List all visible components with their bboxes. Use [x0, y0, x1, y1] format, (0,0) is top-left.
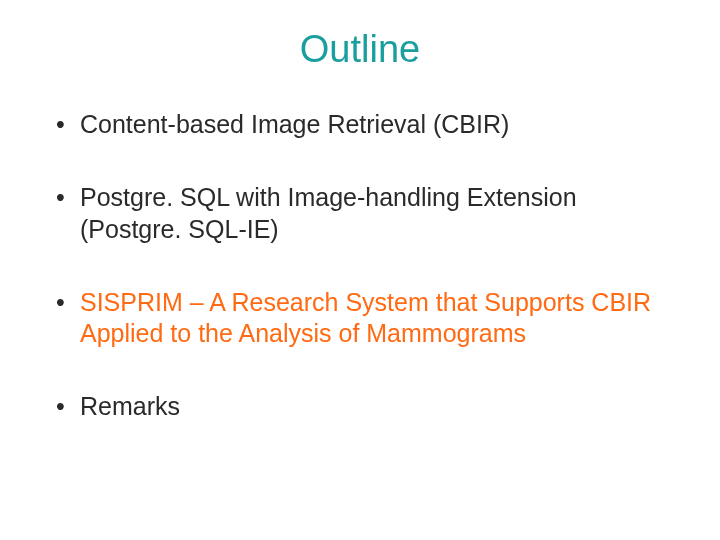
- list-item: SISPRIM – A Research System that Support…: [52, 287, 680, 350]
- list-item: Remarks: [52, 391, 680, 422]
- slide-title: Outline: [40, 28, 680, 71]
- bullet-list: Content-based Image Retrieval (CBIR) Pos…: [40, 109, 680, 423]
- list-item: Content-based Image Retrieval (CBIR): [52, 109, 680, 140]
- slide: Outline Content-based Image Retrieval (C…: [0, 0, 720, 540]
- list-item: Postgre. SQL with Image-handling Extensi…: [52, 182, 680, 245]
